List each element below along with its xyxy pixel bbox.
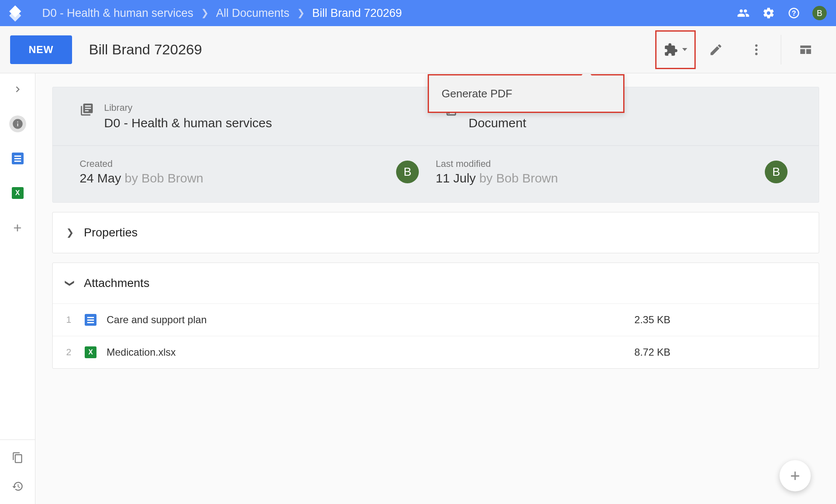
edit-button[interactable] xyxy=(696,30,736,69)
library-label: Library xyxy=(104,102,272,113)
user-avatar[interactable]: B xyxy=(812,6,827,20)
attachment-name: Medication.xlsx xyxy=(107,346,635,358)
doc-icon xyxy=(12,153,24,164)
attachment-size: 2.35 KB xyxy=(635,314,670,326)
gear-icon[interactable] xyxy=(762,6,775,20)
plus-icon: + xyxy=(13,220,22,236)
top-bar: D0 - Health & human services ❯ All Docum… xyxy=(0,0,836,26)
chevron-right-icon: ❯ xyxy=(297,8,305,19)
xls-icon: X xyxy=(85,346,96,358)
sheet-tab[interactable]: X xyxy=(9,185,26,201)
class-value: Document xyxy=(469,116,526,130)
breadcrumb-root[interactable]: D0 - Health & human services xyxy=(42,7,193,20)
created-label: Created xyxy=(80,158,204,169)
attachment-name: Care and support plan xyxy=(107,314,635,326)
attachment-index: 1 xyxy=(66,314,85,325)
doc-tab[interactable] xyxy=(9,150,26,167)
svg-point-1 xyxy=(755,48,758,51)
properties-toggle[interactable]: ❯ Properties xyxy=(53,212,819,253)
extensions-button[interactable] xyxy=(655,30,696,69)
attachment-row[interactable]: 1 Care and support plan 2.35 KB xyxy=(53,303,819,336)
add-tab[interactable]: + xyxy=(9,219,26,236)
toolbar: NEW Bill Brand 720269 xyxy=(0,26,836,73)
attachment-row[interactable]: 2 X Medication.xlsx 8.72 KB xyxy=(53,336,819,368)
library-icon xyxy=(80,102,94,118)
properties-section: ❯ Properties xyxy=(52,212,819,253)
expand-sidebar-button[interactable] xyxy=(9,81,26,98)
caret-down-icon xyxy=(682,48,687,51)
modified-by-avatar: B xyxy=(765,161,788,183)
app-logo-icon[interactable] xyxy=(9,7,21,19)
info-tab[interactable] xyxy=(9,115,26,132)
menu-item-generate-pdf[interactable]: Generate PDF xyxy=(442,87,512,100)
help-icon[interactable] xyxy=(787,6,801,20)
add-fab-button[interactable]: + xyxy=(780,460,811,491)
xls-icon: X xyxy=(12,187,24,199)
attachments-title: Attachments xyxy=(84,276,150,290)
people-icon[interactable] xyxy=(737,6,750,20)
separator xyxy=(781,35,781,64)
breadcrumb: D0 - Health & human services ❯ All Docum… xyxy=(42,7,402,20)
history-button[interactable] xyxy=(9,478,26,495)
library-value: D0 - Health & human services xyxy=(104,116,272,130)
copy-button[interactable] xyxy=(9,449,26,466)
breadcrumb-current: Bill Brand 720269 xyxy=(312,7,402,20)
attachments-section: ❯ Attachments 1 Care and support plan 2.… xyxy=(52,263,819,369)
attachment-index: 2 xyxy=(66,347,85,358)
plus-icon: + xyxy=(790,466,800,485)
main-content: Generate PDF Library D0 - Health & human… xyxy=(35,73,836,504)
doc-icon xyxy=(85,314,96,326)
svg-point-2 xyxy=(755,53,758,55)
attachment-size: 8.72 KB xyxy=(635,346,670,358)
svg-point-0 xyxy=(755,44,758,47)
left-sidebar: X + xyxy=(0,73,35,504)
extensions-menu: Generate PDF xyxy=(428,74,624,113)
layout-button[interactable] xyxy=(785,30,826,69)
chevron-down-icon: ❯ xyxy=(64,279,75,287)
created-value: 24 May by Bob Brown xyxy=(80,171,204,185)
page-title: Bill Brand 720269 xyxy=(89,41,202,58)
more-button[interactable] xyxy=(736,30,777,69)
properties-title: Properties xyxy=(84,226,138,239)
chevron-right-icon: ❯ xyxy=(201,8,209,19)
breadcrumb-folder[interactable]: All Documents xyxy=(216,7,289,20)
new-button[interactable]: NEW xyxy=(10,35,72,64)
attachments-toggle[interactable]: ❯ Attachments xyxy=(53,263,819,303)
modified-value: 11 July by Bob Brown xyxy=(436,171,558,185)
created-by-avatar: B xyxy=(396,161,419,183)
chevron-right-icon: ❯ xyxy=(66,227,74,238)
modified-label: Last modified xyxy=(436,158,558,169)
